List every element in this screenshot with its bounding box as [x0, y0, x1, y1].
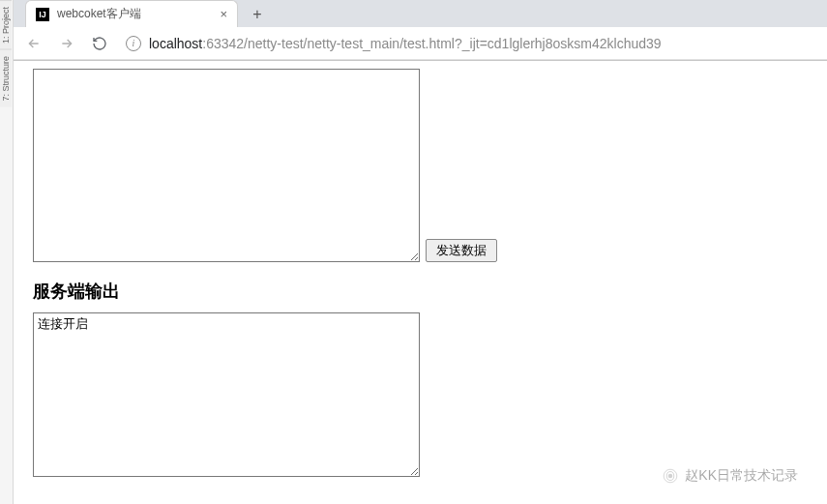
- site-info-icon[interactable]: i: [126, 36, 141, 51]
- send-button[interactable]: 发送数据: [426, 239, 497, 262]
- new-tab-button[interactable]: +: [244, 2, 271, 27]
- ide-side-tab-project[interactable]: 1: Project: [0, 0, 12, 49]
- watermark-icon: [662, 467, 679, 485]
- ide-side-tab-structure[interactable]: 7: Structure: [0, 49, 12, 107]
- favicon-icon: IJ: [36, 8, 49, 21]
- output-heading: 服务端输出: [33, 280, 819, 303]
- tab-title: webcoket客户端: [57, 6, 212, 22]
- tab-bar: IJ webcoket客户端 × +: [14, 0, 827, 27]
- server-output[interactable]: [33, 312, 420, 477]
- url-text: localhost:63342/netty-test/netty-test_ma…: [149, 36, 662, 51]
- ide-side-panel: 1: Project 7: Structure: [0, 0, 14, 504]
- reload-button[interactable]: [89, 33, 110, 54]
- forward-button[interactable]: [56, 33, 77, 54]
- watermark-text: 赵KK日常技术记录: [685, 467, 798, 485]
- watermark: 赵KK日常技术记录: [662, 467, 798, 485]
- url-path: :63342/netty-test/netty-test_main/test.h…: [202, 36, 661, 51]
- back-button[interactable]: [23, 33, 44, 54]
- input-row: 发送数据: [33, 69, 819, 262]
- page-content: 发送数据 服务端输出: [14, 61, 827, 489]
- browser-tab[interactable]: IJ webcoket客户端 ×: [25, 0, 238, 27]
- message-input[interactable]: [33, 69, 420, 262]
- browser-toolbar: i localhost:63342/netty-test/netty-test_…: [14, 27, 827, 60]
- svg-point-0: [668, 474, 673, 479]
- address-bar[interactable]: i localhost:63342/netty-test/netty-test_…: [122, 36, 817, 51]
- url-host: localhost: [149, 36, 202, 51]
- close-icon[interactable]: ×: [220, 7, 227, 21]
- browser-chrome: IJ webcoket客户端 × + i localhost:63342/net…: [14, 0, 827, 61]
